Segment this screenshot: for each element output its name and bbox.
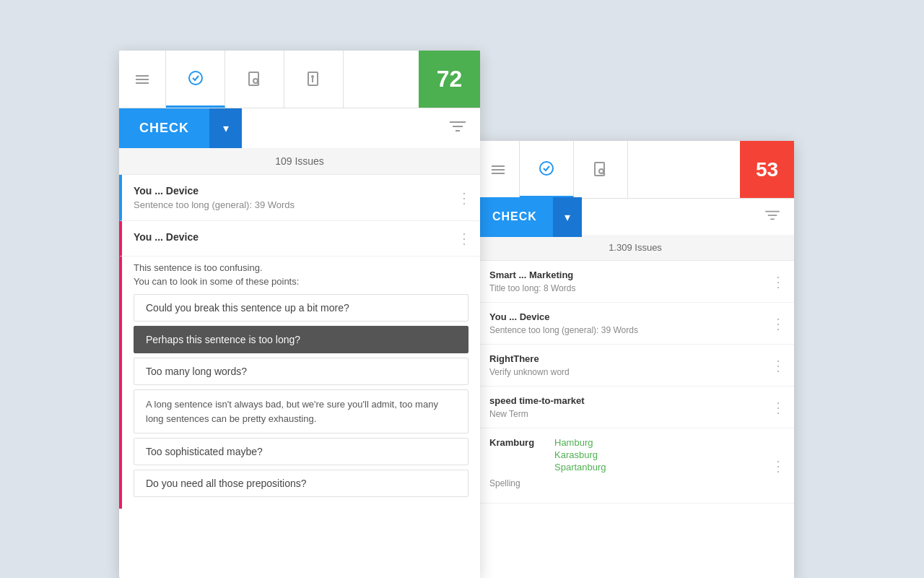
back-issues-count: 1.309 Issues <box>476 235 794 261</box>
front-tab-search[interactable] <box>225 51 284 108</box>
front-issue-2-more[interactable] <box>457 230 471 247</box>
front-suggestions: Could you break this sentence up a bit m… <box>134 294 468 497</box>
back-dots-icon-1 <box>771 275 785 290</box>
back-check-dropdown[interactable] <box>553 197 582 237</box>
back-issue-2[interactable]: You ... Device Sentence too long (genera… <box>476 303 794 345</box>
back-issue-5-more[interactable] <box>771 457 785 475</box>
front-menu-button[interactable] <box>119 51 166 108</box>
back-tab-search[interactable] <box>574 141 628 198</box>
front-check-label[interactable]: CHECK <box>119 108 209 148</box>
front-filter-button[interactable] <box>435 120 480 137</box>
back-issue-4-title: speed time-to-market <box>489 395 784 406</box>
back-issue-3-desc: Verify unknown word <box>489 367 784 377</box>
back-dots-icon-2 <box>771 317 785 332</box>
front-issues-list: You ... Device Sentence too long (genera… <box>119 175 480 509</box>
front-toolbar: 72 <box>119 51 480 108</box>
search-doc-icon <box>246 71 263 88</box>
back-spelling-row: Kramburg Hamburg Karasburg Spartanburg <box>489 437 784 473</box>
back-toolbar: 53 <box>476 141 794 199</box>
front-check-bar: CHECK <box>119 108 480 148</box>
back-filter-lines-icon <box>765 210 780 221</box>
front-issue-2-body: This sentence is too confusing. You can … <box>119 256 480 509</box>
back-issue-2-title: You ... Device <box>489 311 784 322</box>
front-issue-2-line1: This sentence is too confusing. <box>134 262 468 273</box>
svg-point-18 <box>599 169 603 173</box>
back-issue-3-title: RightThere <box>489 353 784 364</box>
back-checkmark-circle-icon <box>538 160 555 177</box>
back-issue-4-desc: New Term <box>489 409 784 419</box>
svg-point-9 <box>312 76 313 77</box>
front-issue-1-desc: Sentence too long (general): 39 Words <box>134 199 468 210</box>
back-issue-1-desc: Title too long: 8 Words <box>489 283 784 293</box>
back-menu-button[interactable] <box>476 141 520 198</box>
suggestion-6[interactable]: Do you need all those prepositions? <box>134 470 468 497</box>
front-score-value: 72 <box>437 66 463 92</box>
back-issue-3-more[interactable] <box>771 357 785 374</box>
back-tab-check[interactable] <box>520 141 574 198</box>
back-score-value: 53 <box>756 158 778 181</box>
front-issue-2-line2: You can to look in some of these points: <box>134 276 468 287</box>
back-dots-icon-3 <box>771 359 785 374</box>
suggestion-3[interactable]: Too many long words? <box>134 358 468 385</box>
back-suggestion-karasburg[interactable]: Karasburg <box>554 449 606 460</box>
front-check-button[interactable]: CHECK <box>119 108 242 148</box>
chevron-down-icon <box>223 121 229 135</box>
back-suggestion-hamburg[interactable]: Hamburg <box>554 437 606 448</box>
front-issues-count: 109 Issues <box>119 148 480 175</box>
dots-icon-2 <box>457 232 471 246</box>
back-issue-4-more[interactable] <box>771 399 785 416</box>
back-issue-2-desc: Sentence too long (general): 39 Words <box>489 325 784 335</box>
back-filter-button[interactable] <box>751 210 794 225</box>
back-search-doc-icon <box>592 161 609 178</box>
front-tab-info[interactable] <box>284 51 344 108</box>
back-hamburger-icon <box>489 161 507 178</box>
back-chevron-down-icon <box>565 210 570 224</box>
info-doc-icon <box>305 71 323 88</box>
dots-icon <box>457 191 471 206</box>
front-issue-2[interactable]: You ... Device <box>119 221 480 256</box>
back-issue-1-title: Smart ... Marketing <box>489 269 784 280</box>
back-check-label[interactable]: CHECK <box>476 197 553 237</box>
suggestion-2[interactable]: Perhaps this sentence is too long? <box>134 326 468 353</box>
suggestion-1[interactable]: Could you break this sentence up a bit m… <box>134 294 468 322</box>
suggestion-5[interactable]: Too sophisticated maybe? <box>134 438 468 465</box>
svg-point-5 <box>253 79 258 83</box>
front-issue-1[interactable]: You ... Device Sentence too long (genera… <box>119 175 480 221</box>
back-issue-2-more[interactable] <box>771 315 785 332</box>
back-dots-icon-4 <box>771 401 785 415</box>
suggestion-4[interactable]: A long sentence isn't always bad, but we… <box>134 389 468 434</box>
front-score-badge: 72 <box>419 51 480 108</box>
back-issue-5-desc: Spelling <box>489 478 784 488</box>
back-issue-4[interactable]: speed time-to-market New Term <box>476 387 794 428</box>
back-suggestion-spartanburg[interactable]: Spartanburg <box>554 462 606 473</box>
back-score-badge: 53 <box>740 141 794 198</box>
filter-lines-icon <box>450 120 466 133</box>
front-panel: 72 CHECK 109 Issues You ... Device Sente… <box>119 51 480 578</box>
back-issue-3[interactable]: RightThere Verify unknown word <box>476 345 794 387</box>
back-check-bar: CHECK <box>476 199 794 235</box>
back-spelling-suggestions: Hamburg Karasburg Spartanburg <box>554 437 606 473</box>
back-issue-5[interactable]: Kramburg Hamburg Karasburg Spartanburg S… <box>476 428 794 504</box>
back-panel: 53 CHECK 1.309 Issues Smart ... Marketin… <box>476 141 794 578</box>
front-issue-1-title: You ... Device <box>134 185 468 197</box>
back-issues-list: Smart ... Marketing Title too long: 8 Wo… <box>476 261 794 504</box>
svg-point-3 <box>189 72 202 85</box>
front-tab-check[interactable] <box>166 51 225 108</box>
back-check-button[interactable]: CHECK <box>476 197 582 237</box>
front-issue-1-more[interactable] <box>457 189 471 207</box>
svg-point-16 <box>540 162 553 175</box>
hamburger-icon <box>134 71 151 88</box>
back-issue-1-more[interactable] <box>771 273 785 290</box>
checkmark-circle-icon <box>187 69 204 87</box>
front-check-dropdown[interactable] <box>209 108 242 148</box>
front-issue-2-title: You ... Device <box>134 231 468 243</box>
back-issue-1[interactable]: Smart ... Marketing Title too long: 8 Wo… <box>476 261 794 303</box>
back-spelling-word: Kramburg <box>489 437 547 448</box>
back-dots-icon-5 <box>771 460 785 474</box>
